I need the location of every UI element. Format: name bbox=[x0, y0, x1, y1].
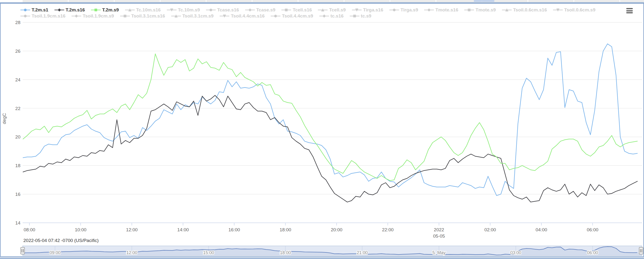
hamburger-menu-icon bbox=[626, 10, 633, 11]
legend-item-label: Tsoil.4.4cm.s9 bbox=[282, 13, 313, 19]
triangle-marker-icon bbox=[171, 13, 181, 19]
legend-item-Tsoil.4.4cm.s16[interactable]: Tsoil.4.4cm.s16 bbox=[220, 13, 264, 19]
legend-item-Tmote.s9[interactable]: Tmote.s9 bbox=[464, 7, 496, 13]
legend-item-label: Tcase.s9 bbox=[256, 7, 276, 13]
legend-item-label: Tsoil.0.6cm.s16 bbox=[513, 7, 547, 13]
chart-context-menu-button[interactable] bbox=[626, 8, 633, 13]
legend-item-T.2m.s16[interactable]: T.2m.s16 bbox=[54, 7, 85, 13]
time-range-footer: 2022-05-04 07:42 -0700 (US/Pacific) bbox=[23, 238, 98, 243]
triangle-marker-icon bbox=[125, 7, 135, 13]
legend-item-label: Tcell.s9 bbox=[329, 7, 346, 13]
legend-item-label: T.2m.s9 bbox=[102, 7, 119, 13]
legend-item-label: Tmote.s16 bbox=[435, 7, 458, 13]
previous-panel-border bbox=[0, 2, 644, 3]
legend-item-Tmote.s16[interactable]: Tmote.s16 bbox=[424, 7, 458, 13]
legend-item-Tc.10m.s9[interactable]: Tc.10m.s9 bbox=[167, 7, 200, 13]
circle-marker-icon bbox=[389, 7, 399, 13]
diamond-marker-icon bbox=[424, 7, 434, 13]
legend-item-label: Tc.10m.s16 bbox=[136, 7, 161, 13]
legend-item-Tcell.s9[interactable]: Tcell.s9 bbox=[318, 7, 346, 13]
legend-item-label: Tc.10m.s9 bbox=[178, 7, 200, 13]
circle-marker-icon bbox=[271, 13, 280, 19]
square-marker-icon bbox=[120, 13, 130, 19]
legend-item-Tsoil.3.1cm.s16[interactable]: Tsoil.3.1cm.s16 bbox=[120, 13, 165, 19]
legend-item-Tsoil.0.6cm.s16[interactable]: Tsoil.0.6cm.s16 bbox=[502, 7, 547, 13]
legend-item-label: tc.s9 bbox=[361, 13, 371, 19]
circle-marker-icon bbox=[206, 7, 216, 13]
legend-item-label: T.2m.s16 bbox=[66, 7, 85, 13]
legend-item-T.2m.s1[interactable]: T.2m.s1 bbox=[20, 7, 48, 13]
circle-marker-icon bbox=[20, 13, 30, 19]
legend-item-tc.s16[interactable]: tc.s16 bbox=[319, 13, 344, 19]
circle-marker-icon bbox=[20, 7, 30, 13]
legend-item-label: Tsoil.3.1cm.s16 bbox=[131, 13, 165, 19]
legend-item-label: Tirga.s16 bbox=[363, 7, 383, 13]
legend-row-2: Tsoil.1.9cm.s16Tsoil.1.9cm.s9Tsoil.3.1cm… bbox=[20, 13, 623, 19]
hamburger-menu-icon bbox=[626, 12, 633, 13]
chart-legend: T.2m.s1T.2m.s16T.2m.s9Tc.10m.s16Tc.10m.s… bbox=[20, 7, 623, 19]
legend-item-label: Tcell.s16 bbox=[292, 7, 312, 13]
legend-item-Tc.10m.s16[interactable]: Tc.10m.s16 bbox=[125, 7, 161, 13]
diamond-marker-icon bbox=[72, 13, 81, 19]
legend-row-1: T.2m.s1T.2m.s16T.2m.s9Tc.10m.s16Tc.10m.s… bbox=[20, 7, 623, 13]
legend-item-Tcase.s9[interactable]: Tcase.s9 bbox=[245, 7, 276, 13]
triangle-down-marker-icon bbox=[167, 7, 176, 13]
previous-panel-highlight-fragment bbox=[474, 0, 494, 2]
previous-panel-bottom-edge bbox=[22, 0, 644, 2]
legend-item-Tsoil.1.9cm.s16[interactable]: Tsoil.1.9cm.s16 bbox=[20, 13, 66, 19]
legend-item-Tirga.s9[interactable]: Tirga.s9 bbox=[389, 7, 418, 13]
legend-item-label: T.2m.s1 bbox=[32, 7, 48, 13]
diamond-marker-icon bbox=[319, 13, 329, 19]
hamburger-menu-icon bbox=[626, 8, 633, 9]
triangle-marker-icon bbox=[502, 7, 512, 13]
legend-item-T.2m.s9[interactable]: T.2m.s9 bbox=[91, 7, 119, 13]
triangle-down-marker-icon bbox=[553, 7, 563, 13]
legend-item-Tcase.s16[interactable]: Tcase.s16 bbox=[206, 7, 239, 13]
legend-item-label: Tmote.s9 bbox=[476, 7, 496, 13]
legend-item-Tsoil.3.1cm.s9[interactable]: Tsoil.3.1cm.s9 bbox=[171, 13, 214, 19]
triangle-down-marker-icon bbox=[352, 7, 362, 13]
legend-item-label: Tirga.s9 bbox=[400, 7, 418, 13]
legend-item-Tsoil.0.6cm.s9[interactable]: Tsoil.0.6cm.s9 bbox=[553, 7, 596, 13]
next-panel-border-top bbox=[0, 258, 644, 258]
legend-item-Tsoil.4.4cm.s9[interactable]: Tsoil.4.4cm.s9 bbox=[271, 13, 313, 19]
square-marker-icon bbox=[350, 13, 360, 19]
triangle-down-marker-icon bbox=[220, 13, 229, 19]
square-marker-icon bbox=[464, 7, 474, 13]
legend-item-label: Tsoil.3.1cm.s9 bbox=[182, 13, 214, 19]
timeseries-chart-panel[interactable] bbox=[0, 3, 644, 257]
legend-item-label: Tcase.s16 bbox=[217, 7, 239, 13]
square-marker-icon bbox=[282, 7, 291, 13]
legend-item-label: Tsoil.1.9cm.s9 bbox=[83, 13, 114, 19]
legend-item-Tsoil.1.9cm.s9[interactable]: Tsoil.1.9cm.s9 bbox=[72, 13, 114, 19]
legend-item-label: tc.s16 bbox=[330, 13, 344, 19]
square-marker-icon bbox=[91, 7, 101, 13]
legend-item-Tirga.s16[interactable]: Tirga.s16 bbox=[352, 7, 383, 13]
legend-item-Tcell.s16[interactable]: Tcell.s16 bbox=[282, 7, 312, 13]
legend-item-label: Tsoil.4.4cm.s16 bbox=[231, 13, 264, 19]
diamond-marker-icon bbox=[54, 7, 64, 13]
diamond-marker-icon bbox=[245, 7, 255, 13]
legend-item-tc.s9[interactable]: tc.s9 bbox=[350, 13, 371, 19]
legend-item-label: Tsoil.1.9cm.s16 bbox=[32, 13, 66, 19]
triangle-marker-icon bbox=[318, 7, 328, 13]
legend-item-label: Tsoil.0.6cm.s9 bbox=[564, 7, 596, 13]
